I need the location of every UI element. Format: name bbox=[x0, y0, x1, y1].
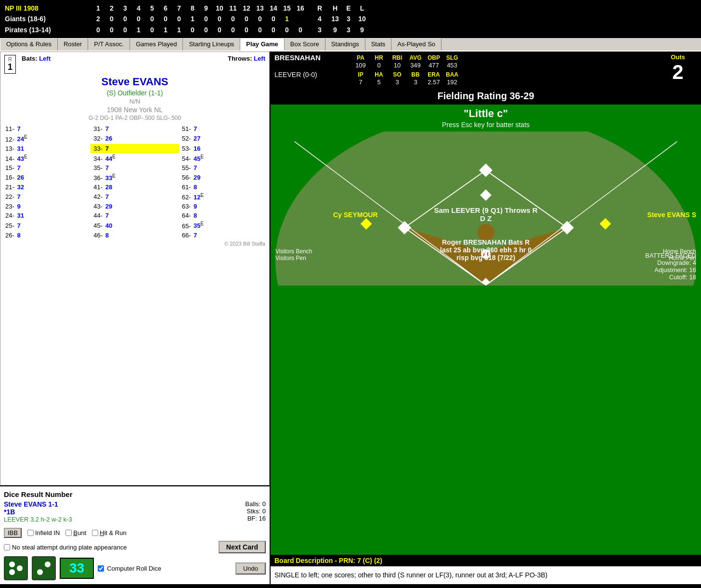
card-cell: 25- 7 bbox=[2, 220, 91, 230]
player-stats: G-2 DG-1 PA-2 OBP-.500 SLG-.500 bbox=[2, 115, 267, 121]
card-cell: 12- 24E bbox=[2, 133, 91, 144]
bats-value: Left bbox=[39, 55, 51, 62]
bunt-checkbox[interactable]: Bunt bbox=[65, 529, 86, 536]
tab-box-score[interactable]: Box Score bbox=[285, 38, 325, 51]
pitcher-so: 3 bbox=[388, 78, 406, 86]
card-cell: 66- 7 bbox=[179, 231, 267, 240]
card-cell: 22- 7 bbox=[2, 192, 91, 202]
infield-in-checkbox[interactable]: Infield IN bbox=[27, 529, 60, 536]
tab-roster[interactable]: Roster bbox=[58, 38, 88, 51]
nav-tabs: Options & Rules Roster P/T Assoc. Games … bbox=[0, 38, 701, 52]
dice-options: IBB Infield IN Bunt Hit & Run bbox=[4, 528, 266, 538]
visitors-bench-label: Visitors Bench Visitors Pen bbox=[275, 248, 312, 261]
giants-row: Giants (18-6) 2000 0001 0000 001 4 13310 bbox=[5, 13, 696, 24]
dice-face-2 bbox=[32, 556, 56, 580]
dice-bottom-row: 33 Computer Roll Dice Undo bbox=[4, 556, 266, 580]
card-cell: 34- 44E bbox=[91, 153, 179, 163]
svg-point-4 bbox=[45, 562, 51, 567]
tab-as-played[interactable]: As-Played So bbox=[391, 38, 441, 51]
card-cell: 43- 29 bbox=[91, 202, 179, 211]
board-description: Board Description - PRN: 7 (C) (2) bbox=[271, 555, 701, 566]
bunt-input[interactable] bbox=[65, 530, 72, 536]
batter-hr: 0 bbox=[370, 62, 388, 69]
dice-info-row: Steve EVANS 1-1 *1B LEEVER 3.2 h-2 w-2 k… bbox=[4, 500, 266, 526]
card-cell: 44- 7 bbox=[91, 211, 179, 220]
svg-point-1 bbox=[9, 569, 15, 575]
tab-play-game[interactable]: Play Game bbox=[240, 38, 285, 51]
table-row: 24- 31 44- 7 64- 8 bbox=[2, 211, 267, 220]
scoreboard: NP III 1908 1234 5678 9101112 13141516 R… bbox=[0, 0, 701, 38]
dice-section: Dice Result Number Steve EVANS 1-1 *1B L… bbox=[0, 485, 270, 584]
table-row: 23- 9 43- 29 63- 9 bbox=[2, 202, 267, 211]
card-cell: 46- 8 bbox=[91, 231, 179, 240]
outs-section: Outs 2 bbox=[659, 53, 697, 86]
tab-standings[interactable]: Standings bbox=[325, 38, 365, 51]
hit-run-input[interactable] bbox=[92, 530, 98, 536]
pitcher-bb: 3 bbox=[406, 78, 425, 86]
tab-stats[interactable]: Stats bbox=[365, 38, 392, 51]
table-row: 11- 7 31- 7 51- 7 bbox=[2, 124, 267, 133]
card-cell: 54- 45E bbox=[179, 153, 267, 163]
card-cell: 51- 7 bbox=[179, 124, 267, 133]
copyright: © 2023 Bill Staffa bbox=[2, 240, 267, 248]
no-steal-checkbox[interactable]: No steal attempt during plate appearance bbox=[4, 544, 127, 551]
row-indicator: R 1 Bats: Left bbox=[4, 55, 51, 74]
dice-title: Dice Result Number bbox=[4, 490, 266, 498]
no-steal-input[interactable] bbox=[4, 544, 10, 550]
next-card-button[interactable]: Next Card bbox=[219, 541, 266, 553]
svg-point-3 bbox=[37, 569, 43, 575]
lf-label: Cy SEYMOUR bbox=[333, 211, 378, 219]
game-id: NP III 1908 bbox=[5, 3, 82, 13]
tab-games-played[interactable]: Games Played bbox=[130, 38, 183, 51]
tab-pt-assoc[interactable]: P/T Assoc. bbox=[88, 38, 130, 51]
batter-info: Roger BRESNAHAN Bats R last 25 ab bvg 36… bbox=[440, 238, 532, 261]
dice-counts: Balls: 0 Stks: 0 BF: 16 bbox=[245, 500, 266, 526]
computer-roll-checkbox[interactable] bbox=[98, 565, 104, 572]
player-name: Steve EVANS bbox=[2, 76, 267, 88]
dice-face-1-svg bbox=[5, 558, 26, 579]
undo-button[interactable]: Undo bbox=[235, 562, 266, 575]
card-cell: 13- 31 bbox=[2, 144, 91, 153]
card-cell: 11- 7 bbox=[2, 124, 91, 133]
hit-run-checkbox[interactable]: Hit & Run bbox=[92, 529, 127, 536]
main-area: R 1 Bats: Left Throws: Left Steve EVANS … bbox=[0, 52, 701, 584]
card-area: R 1 Bats: Left Throws: Left Steve EVANS … bbox=[0, 52, 270, 485]
outs-value: 2 bbox=[659, 61, 697, 84]
player-pos: (S) Outfielder (1-1) bbox=[2, 89, 267, 97]
card-cell: 62- 12E bbox=[179, 192, 267, 202]
outs-label: Outs bbox=[659, 53, 697, 61]
bf-value: 16 bbox=[259, 515, 266, 522]
card-cell-highlighted: 33- 7 bbox=[91, 144, 179, 153]
batter-rbi: 10 bbox=[388, 62, 406, 69]
ibb-button[interactable]: IBB bbox=[4, 528, 22, 538]
bunt-label: Bunt bbox=[73, 529, 86, 536]
player-team: 1908 New York NL bbox=[2, 106, 267, 114]
pitcher-ip: 7 bbox=[351, 78, 370, 86]
card-cell: 55- 7 bbox=[179, 163, 267, 172]
hit-run-label: Hit & Run bbox=[100, 529, 127, 536]
batter-slg: 453 bbox=[443, 62, 461, 69]
stks-label: Stks: bbox=[247, 508, 260, 515]
table-row: 12- 24E 32- 26 52- 27 bbox=[2, 133, 267, 144]
card-cell: 52- 27 bbox=[179, 133, 267, 144]
card-cell: 45- 40 bbox=[91, 220, 179, 230]
card-cell: 26- 8 bbox=[2, 231, 91, 240]
infield-in-input[interactable] bbox=[27, 530, 34, 536]
field-title: "Little c" bbox=[271, 105, 701, 121]
tab-starting-lineups[interactable]: Starting Lineups bbox=[183, 38, 240, 51]
field-diamond: Sam LEEVER (9 Q1) Throws R D Z Cy SEYMOU… bbox=[271, 131, 701, 286]
batter-stats-field: last 25 ab bvg 360 ebh 3 hr 0 bbox=[440, 246, 532, 254]
balls-value: 0 bbox=[262, 500, 266, 508]
cutoff-label: Cutoff: 18 bbox=[645, 274, 696, 281]
svg-point-0 bbox=[9, 562, 15, 567]
pitcher-name: LEEVER (0-0) bbox=[274, 71, 351, 78]
tab-options-rules[interactable]: Options & Rules bbox=[0, 38, 58, 51]
table-row: 13- 31 33- 7 53- 16 bbox=[2, 144, 267, 153]
table-row: 22- 7 42- 7 62- 12E bbox=[2, 192, 267, 202]
computer-roll: Computer Roll Dice bbox=[98, 565, 161, 572]
balls-label: Balls: bbox=[245, 500, 260, 508]
table-row: 14- 43E 34- 44E 54- 45E bbox=[2, 153, 267, 163]
card-cell: 16- 26 bbox=[2, 172, 91, 183]
pirates-row: Pirates (13-14) 0001 0110 0000 0000 3 93… bbox=[5, 25, 696, 35]
pitcher-baa: 192 bbox=[443, 78, 461, 86]
